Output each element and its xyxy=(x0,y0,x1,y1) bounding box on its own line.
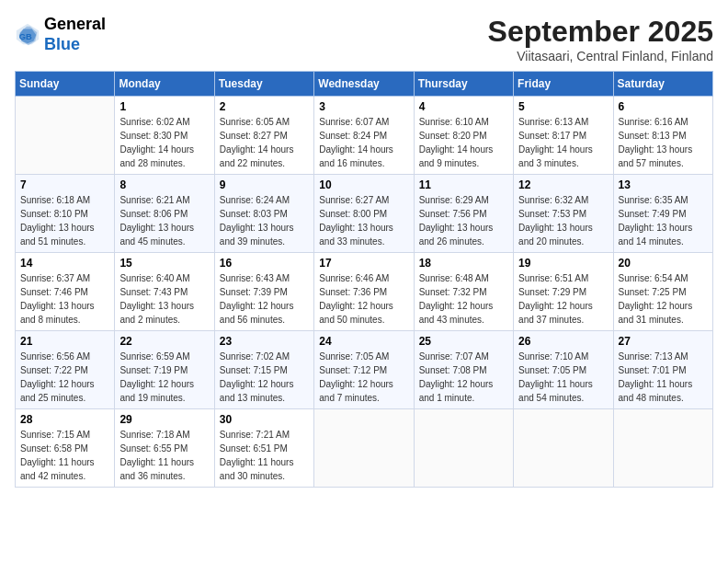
day-number: 10 xyxy=(319,178,408,191)
day-cell: 15 Sunrise: 6:40 AMSunset: 7:43 PMDaylig… xyxy=(115,253,214,331)
week-row-0: 1 Sunrise: 6:02 AMSunset: 8:30 PMDayligh… xyxy=(16,97,713,175)
day-info: Sunrise: 7:05 AMSunset: 7:12 PMDaylight:… xyxy=(319,350,408,405)
day-number: 17 xyxy=(319,257,408,270)
day-number: 27 xyxy=(619,335,708,348)
day-number: 28 xyxy=(20,413,109,426)
day-info: Sunrise: 6:21 AMSunset: 8:06 PMDaylight:… xyxy=(119,193,209,248)
weekday-tuesday: Tuesday xyxy=(214,72,313,97)
day-number: 2 xyxy=(220,100,309,113)
day-cell xyxy=(314,409,414,488)
day-cell: 2 Sunrise: 6:05 AMSunset: 8:27 PMDayligh… xyxy=(214,97,313,175)
day-number: 25 xyxy=(419,335,508,348)
weekday-sunday: Sunday xyxy=(16,72,115,97)
day-info: Sunrise: 6:07 AMSunset: 8:24 PMDaylight:… xyxy=(319,115,408,170)
day-info: Sunrise: 6:13 AMSunset: 8:17 PMDaylight:… xyxy=(518,115,608,170)
day-cell: 6 Sunrise: 6:16 AMSunset: 8:13 PMDayligh… xyxy=(613,97,712,175)
day-number: 12 xyxy=(518,178,608,191)
day-info: Sunrise: 6:46 AMSunset: 7:36 PMDaylight:… xyxy=(319,271,408,327)
logo-icon: GB xyxy=(15,22,40,48)
day-cell: 21 Sunrise: 6:56 AMSunset: 7:22 PMDaylig… xyxy=(16,331,115,409)
day-cell: 22 Sunrise: 6:59 AMSunset: 7:19 PMDaylig… xyxy=(115,331,214,409)
logo: GB General Blue xyxy=(15,15,106,54)
day-cell: 5 Sunrise: 6:13 AMSunset: 8:17 PMDayligh… xyxy=(514,97,613,175)
weekday-wednesday: Wednesday xyxy=(314,72,414,97)
day-cell: 30 Sunrise: 7:21 AMSunset: 6:51 PMDaylig… xyxy=(214,409,313,488)
logo-text: General Blue xyxy=(44,15,106,54)
day-info: Sunrise: 6:43 AMSunset: 7:39 PMDaylight:… xyxy=(220,271,309,327)
day-cell: 4 Sunrise: 6:10 AMSunset: 8:20 PMDayligh… xyxy=(414,97,513,175)
day-info: Sunrise: 7:21 AMSunset: 6:51 PMDaylight:… xyxy=(220,428,309,483)
week-row-1: 7 Sunrise: 6:18 AMSunset: 8:10 PMDayligh… xyxy=(16,175,713,253)
week-row-2: 14 Sunrise: 6:37 AMSunset: 7:46 PMDaylig… xyxy=(16,253,713,331)
day-info: Sunrise: 6:59 AMSunset: 7:19 PMDaylight:… xyxy=(119,350,209,405)
day-cell: 28 Sunrise: 7:15 AMSunset: 6:58 PMDaylig… xyxy=(16,409,115,488)
day-cell: 1 Sunrise: 6:02 AMSunset: 8:30 PMDayligh… xyxy=(115,97,214,175)
weekday-header-row: SundayMondayTuesdayWednesdayThursdayFrid… xyxy=(16,72,713,97)
title-area: September 2025 Viitasaari, Central Finla… xyxy=(488,15,713,63)
day-number: 7 xyxy=(20,178,109,191)
day-number: 4 xyxy=(419,100,508,113)
day-info: Sunrise: 6:54 AMSunset: 7:25 PMDaylight:… xyxy=(619,271,708,327)
day-info: Sunrise: 6:05 AMSunset: 8:27 PMDaylight:… xyxy=(220,115,309,170)
day-number: 11 xyxy=(419,178,508,191)
day-number: 26 xyxy=(518,335,608,348)
day-info: Sunrise: 7:07 AMSunset: 7:08 PMDaylight:… xyxy=(419,350,508,405)
day-cell: 24 Sunrise: 7:05 AMSunset: 7:12 PMDaylig… xyxy=(314,331,414,409)
day-cell: 23 Sunrise: 7:02 AMSunset: 7:15 PMDaylig… xyxy=(214,331,313,409)
weekday-thursday: Thursday xyxy=(414,72,513,97)
day-cell xyxy=(613,409,712,488)
day-info: Sunrise: 7:10 AMSunset: 7:05 PMDaylight:… xyxy=(518,350,608,405)
day-info: Sunrise: 7:15 AMSunset: 6:58 PMDaylight:… xyxy=(20,428,109,483)
day-info: Sunrise: 6:27 AMSunset: 8:00 PMDaylight:… xyxy=(319,193,408,248)
day-cell: 3 Sunrise: 6:07 AMSunset: 8:24 PMDayligh… xyxy=(314,97,414,175)
month-title: September 2025 xyxy=(488,15,713,49)
day-info: Sunrise: 6:40 AMSunset: 7:43 PMDaylight:… xyxy=(119,271,209,327)
day-cell: 7 Sunrise: 6:18 AMSunset: 8:10 PMDayligh… xyxy=(16,175,115,253)
day-info: Sunrise: 6:10 AMSunset: 8:20 PMDaylight:… xyxy=(419,115,508,170)
calendar-table: SundayMondayTuesdayWednesdayThursdayFrid… xyxy=(15,71,713,488)
day-number: 18 xyxy=(419,257,508,270)
weekday-friday: Friday xyxy=(514,72,613,97)
day-cell: 8 Sunrise: 6:21 AMSunset: 8:06 PMDayligh… xyxy=(115,175,214,253)
day-info: Sunrise: 6:02 AMSunset: 8:30 PMDaylight:… xyxy=(119,115,209,170)
day-number: 30 xyxy=(220,413,309,426)
day-cell: 11 Sunrise: 6:29 AMSunset: 7:56 PMDaylig… xyxy=(414,175,513,253)
day-number: 9 xyxy=(220,178,309,191)
day-cell: 12 Sunrise: 6:32 AMSunset: 7:53 PMDaylig… xyxy=(514,175,613,253)
logo-blue: Blue xyxy=(44,35,106,55)
day-cell xyxy=(414,409,513,488)
day-cell xyxy=(16,97,115,175)
day-info: Sunrise: 6:37 AMSunset: 7:46 PMDaylight:… xyxy=(20,271,109,327)
day-cell xyxy=(514,409,613,488)
week-row-4: 28 Sunrise: 7:15 AMSunset: 6:58 PMDaylig… xyxy=(16,409,713,488)
day-info: Sunrise: 7:13 AMSunset: 7:01 PMDaylight:… xyxy=(619,350,708,405)
day-number: 14 xyxy=(20,257,109,270)
header: GB General Blue September 2025 Viitasaar… xyxy=(15,15,713,63)
day-cell: 18 Sunrise: 6:48 AMSunset: 7:32 PMDaylig… xyxy=(414,253,513,331)
day-number: 6 xyxy=(619,100,708,113)
day-number: 24 xyxy=(319,335,408,348)
weekday-monday: Monday xyxy=(115,72,214,97)
day-cell: 27 Sunrise: 7:13 AMSunset: 7:01 PMDaylig… xyxy=(613,331,712,409)
day-info: Sunrise: 7:18 AMSunset: 6:55 PMDaylight:… xyxy=(119,428,209,483)
day-cell: 29 Sunrise: 7:18 AMSunset: 6:55 PMDaylig… xyxy=(115,409,214,488)
day-info: Sunrise: 6:16 AMSunset: 8:13 PMDaylight:… xyxy=(619,115,708,170)
week-row-3: 21 Sunrise: 6:56 AMSunset: 7:22 PMDaylig… xyxy=(16,331,713,409)
day-info: Sunrise: 6:35 AMSunset: 7:49 PMDaylight:… xyxy=(619,193,708,248)
day-cell: 14 Sunrise: 6:37 AMSunset: 7:46 PMDaylig… xyxy=(16,253,115,331)
day-number: 22 xyxy=(119,335,209,348)
day-number: 20 xyxy=(619,257,708,270)
day-cell: 17 Sunrise: 6:46 AMSunset: 7:36 PMDaylig… xyxy=(314,253,414,331)
day-number: 29 xyxy=(119,413,209,426)
day-number: 23 xyxy=(220,335,309,348)
day-number: 8 xyxy=(119,178,209,191)
day-number: 16 xyxy=(220,257,309,270)
day-cell: 9 Sunrise: 6:24 AMSunset: 8:03 PMDayligh… xyxy=(214,175,313,253)
day-cell: 16 Sunrise: 6:43 AMSunset: 7:39 PMDaylig… xyxy=(214,253,313,331)
logo-general: General xyxy=(44,15,106,35)
day-cell: 20 Sunrise: 6:54 AMSunset: 7:25 PMDaylig… xyxy=(613,253,712,331)
day-number: 3 xyxy=(319,100,408,113)
day-number: 19 xyxy=(518,257,608,270)
day-cell: 26 Sunrise: 7:10 AMSunset: 7:05 PMDaylig… xyxy=(514,331,613,409)
day-info: Sunrise: 6:32 AMSunset: 7:53 PMDaylight:… xyxy=(518,193,608,248)
